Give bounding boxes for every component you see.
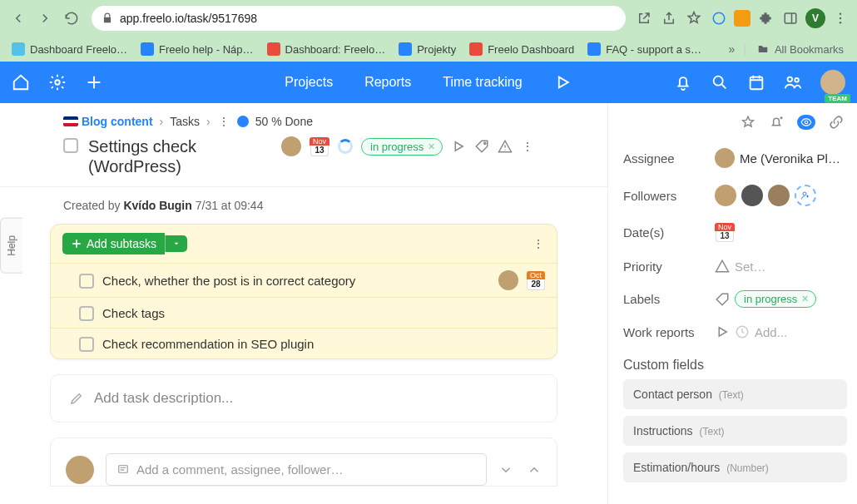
- link-icon[interactable]: [829, 115, 844, 130]
- address-bar[interactable]: app.freelo.io/task/9517698: [92, 6, 626, 31]
- subtask-due-date[interactable]: Oct28: [527, 271, 545, 290]
- svg-point-12: [805, 121, 808, 124]
- chevron-up-icon[interactable]: [527, 462, 542, 477]
- user-avatar[interactable]: TEAM: [820, 70, 845, 95]
- description-input[interactable]: Add task description...: [50, 374, 557, 422]
- open-external-icon[interactable]: [634, 8, 654, 28]
- toolbar-actions: V: [634, 8, 850, 28]
- add-follower-button[interactable]: [795, 185, 816, 206]
- assignee-row[interactable]: Assignee Me (Veronika Pl…: [623, 140, 847, 176]
- nav-reports[interactable]: Reports: [364, 72, 411, 93]
- svg-point-10: [484, 142, 486, 144]
- share-icon[interactable]: [659, 8, 679, 28]
- add-subtasks-more[interactable]: [165, 235, 187, 252]
- profile-avatar[interactable]: V: [805, 8, 825, 28]
- gear-icon[interactable]: [48, 73, 67, 91]
- calendar-icon[interactable]: [747, 73, 765, 91]
- assignee-avatar[interactable]: [281, 136, 301, 156]
- svg-point-8: [788, 77, 793, 82]
- task-more-icon[interactable]: ⋮: [521, 140, 534, 153]
- subtask-row[interactable]: Check recommendation in SEO plugin: [51, 328, 557, 358]
- watch-icon[interactable]: [797, 115, 815, 130]
- status-label[interactable]: in progress✕: [735, 290, 816, 308]
- search-icon[interactable]: [711, 73, 729, 91]
- flag-icon: [63, 116, 78, 126]
- subtasks-card: Add subtasks ⋮ Check, whether the post i…: [50, 224, 557, 359]
- star-icon[interactable]: [684, 8, 704, 28]
- bell-plus-icon[interactable]: [769, 115, 784, 130]
- subtask-assignee[interactable]: [498, 270, 518, 290]
- comment-input[interactable]: Add a comment, assignee, follower…: [106, 453, 487, 486]
- nav-projects[interactable]: Projects: [285, 72, 333, 93]
- play-icon[interactable]: [715, 324, 730, 339]
- play-icon[interactable]: [451, 139, 466, 154]
- custom-field[interactable]: Instructions (Text): [623, 416, 847, 446]
- followers-row[interactable]: Followers: [623, 176, 847, 215]
- extension-icon[interactable]: [709, 8, 729, 28]
- bookmarks-overflow[interactable]: »: [723, 42, 740, 56]
- home-icon[interactable]: [12, 73, 30, 91]
- kebab-menu-icon[interactable]: [830, 8, 850, 28]
- custom-field[interactable]: Contact person (Text): [623, 379, 847, 409]
- extensions-menu-icon[interactable]: [755, 8, 775, 28]
- subtask-checkbox[interactable]: [79, 274, 94, 289]
- subtask-title: Check tags: [102, 306, 545, 320]
- crumb-project[interactable]: Blog content: [63, 115, 153, 128]
- people-icon[interactable]: [784, 73, 802, 91]
- svg-rect-1: [785, 13, 796, 23]
- priority-value: Set…: [735, 259, 766, 274]
- subtask-row[interactable]: Check, whether the post is in correct ca…: [51, 263, 557, 297]
- bookmark-item[interactable]: Freelo Dashboard: [464, 39, 579, 59]
- breadcrumb: Blog content › Tasks › ⋮ 50 % Done: [0, 103, 607, 135]
- remove-label-icon[interactable]: ✕: [801, 294, 809, 304]
- status-label[interactable]: in progress✕: [361, 138, 443, 156]
- due-date[interactable]: Nov13: [310, 137, 329, 156]
- comment-card: Add a comment, assignee, follower…: [50, 437, 557, 487]
- reload-button[interactable]: [60, 7, 83, 30]
- follower-avatar[interactable]: [768, 185, 790, 206]
- chevron-down-icon[interactable]: [498, 462, 513, 477]
- sidebar-due-date[interactable]: Nov13: [715, 223, 735, 242]
- extension-icon-2[interactable]: [734, 10, 750, 27]
- tag-icon[interactable]: [474, 139, 489, 154]
- add-icon[interactable]: [85, 73, 103, 91]
- star-outline-icon[interactable]: [741, 115, 755, 130]
- crumb-more-icon[interactable]: ⋮: [217, 115, 230, 128]
- remove-label-icon[interactable]: ✕: [428, 141, 435, 152]
- svg-rect-7: [750, 77, 763, 90]
- priority-row[interactable]: Priority Set…: [623, 250, 847, 282]
- help-tab[interactable]: Help: [0, 218, 22, 274]
- clock-icon: [735, 324, 750, 339]
- subtasks-more-icon[interactable]: ⋮: [532, 237, 545, 250]
- crumb-section[interactable]: Tasks: [170, 115, 200, 128]
- subtask-row[interactable]: Check tags: [51, 297, 557, 328]
- nav-timetracking[interactable]: Time tracking: [443, 72, 522, 93]
- dates-row[interactable]: Date(s) Nov13: [623, 215, 847, 250]
- subtask-checkbox[interactable]: [79, 337, 94, 352]
- task-checkbox[interactable]: [63, 138, 78, 153]
- assignee-label: Assignee: [623, 151, 706, 166]
- reports-row[interactable]: Work reports Add...: [623, 316, 847, 348]
- side-panel-icon[interactable]: [780, 8, 800, 28]
- play-icon[interactable]: [554, 73, 572, 91]
- bookmark-item[interactable]: Dashboard Freelo…: [7, 39, 132, 59]
- main-panel: Blog content › Tasks › ⋮ 50 % Done Setti…: [0, 103, 607, 504]
- custom-field[interactable]: Estimation/hours (Number): [623, 452, 847, 482]
- add-subtasks-button[interactable]: Add subtasks: [62, 233, 165, 254]
- follower-avatar[interactable]: [741, 185, 763, 206]
- back-button[interactable]: [7, 7, 30, 30]
- follower-avatar[interactable]: [715, 185, 736, 206]
- bookmark-item[interactable]: Freelo help - Náp…: [136, 39, 258, 59]
- svg-point-0: [713, 12, 725, 24]
- bookmark-item[interactable]: Dashboard: Freelo…: [262, 39, 391, 59]
- alert-icon[interactable]: [498, 139, 513, 154]
- labels-row[interactable]: Labels in progress✕: [623, 282, 847, 316]
- bell-icon[interactable]: [674, 73, 692, 91]
- bookmark-item[interactable]: FAQ - support a s…: [582, 39, 706, 59]
- subtask-checkbox[interactable]: [79, 306, 94, 321]
- all-bookmarks[interactable]: All Bookmarks: [750, 43, 850, 56]
- bookmark-item[interactable]: Projekty: [394, 39, 461, 59]
- svg-point-3: [840, 17, 841, 19]
- task-title[interactable]: Settings check (WordPress): [88, 136, 271, 176]
- forward-button[interactable]: [33, 7, 57, 30]
